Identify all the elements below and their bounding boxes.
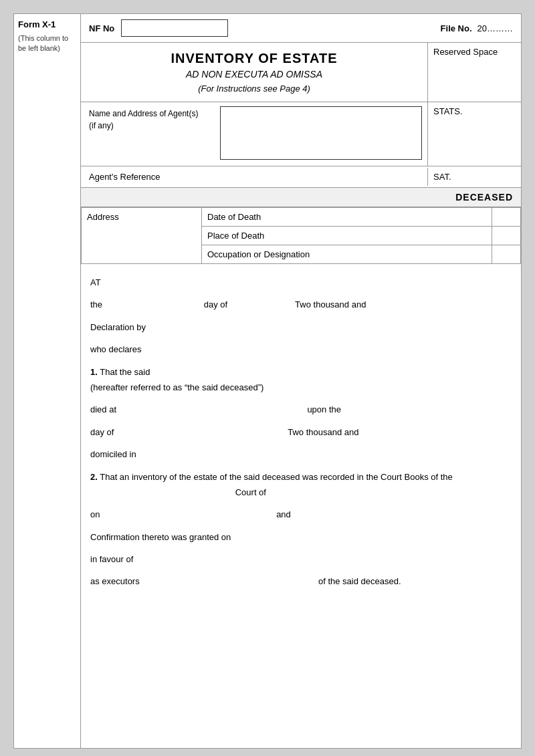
two-thousand2-label: Two thousand and xyxy=(288,427,358,437)
at-line: AT xyxy=(90,275,512,290)
reserved-space-box: Reserved Space xyxy=(427,43,521,102)
agent-ref-row: Agent's Reference SAT. xyxy=(81,166,521,188)
stats-label: STATS. xyxy=(433,106,463,116)
died-at-line: died at upon the xyxy=(90,402,512,417)
item2-line: 2. That an inventory of the estate of th… xyxy=(90,469,512,501)
who-declares-line: who declares xyxy=(90,342,512,357)
form-label: Form X-1 xyxy=(18,19,76,29)
title-reserved-row: INVENTORY OF ESTATE AD NON EXECUTA AD OM… xyxy=(81,43,521,102)
left-column-note: (This column to be left blank) xyxy=(18,34,68,52)
title-area: INVENTORY OF ESTATE AD NON EXECUTA AD OM… xyxy=(81,43,427,102)
deceased-row: DECEASED xyxy=(81,188,521,207)
court-of-label: Court of xyxy=(235,487,266,497)
item1-text2: (hereafter referred to as “the said dece… xyxy=(90,382,263,392)
sat-box: SAT. xyxy=(427,168,521,186)
date-of-death-label: Date of Death xyxy=(202,208,492,227)
day-of2-line: day of Two thousand and xyxy=(90,424,512,440)
at-label: AT xyxy=(90,277,101,287)
item1-number: 1. xyxy=(90,367,98,377)
agent-ref-label: Agent's Reference xyxy=(81,166,427,187)
and-label: and xyxy=(276,509,291,519)
title-main: INVENTORY OF ESTATE xyxy=(92,51,417,66)
on-and-line: on and xyxy=(90,507,512,522)
nf-label: NF No xyxy=(89,23,114,33)
executors-line: as executors of the said deceased. xyxy=(90,574,512,589)
nf-input-box[interactable] xyxy=(121,19,228,37)
file-no-area: File No. 20……… xyxy=(441,23,513,33)
left-column: Form X-1 (This column to be left blank) xyxy=(14,14,81,748)
main-column: NF No File No. 20……… INVENTORY OF ESTATE… xyxy=(81,14,521,748)
body-section: AT the day of Two thousand and Declarati… xyxy=(81,264,521,607)
sat-label: SAT. xyxy=(433,172,451,182)
occupation-label: Occupation or Designation xyxy=(202,245,492,264)
the-label: the xyxy=(90,299,102,309)
top-row: NF No File No. 20……… xyxy=(81,14,521,43)
the-day-line: the day of Two thousand and xyxy=(90,297,512,312)
reserved-space-label: Reserved Space xyxy=(433,47,498,57)
place-of-death-value[interactable] xyxy=(492,227,520,245)
item1-text: That the said xyxy=(100,367,150,377)
occupation-value[interactable] xyxy=(492,245,520,264)
file-no-label: File No. xyxy=(441,23,472,33)
file-no-value: 20……… xyxy=(477,23,513,33)
agent-row: Name and Address of Agent(s) (if any) ST… xyxy=(81,102,521,166)
place-of-death-label: Place of Death xyxy=(202,227,492,245)
domiciled-line: domiciled in xyxy=(90,447,512,462)
item1-line: 1. That the said (hereafter referred to … xyxy=(90,364,512,396)
day-of-label: day of xyxy=(204,299,227,309)
upon-the-label: upon the xyxy=(307,404,341,414)
agent-textarea[interactable] xyxy=(220,106,422,160)
table-row-address-date: Address Date of Death xyxy=(82,208,521,227)
in-favour-line: in favour of xyxy=(90,551,512,567)
agent-label: Name and Address of Agent(s) (if any) xyxy=(81,102,215,166)
day-of2-label: day of xyxy=(90,427,114,437)
stats-box: STATS. xyxy=(427,102,521,166)
item2-number: 2. xyxy=(90,472,98,482)
item2-text: That an inventory of the estate of the s… xyxy=(100,472,453,482)
of-said-deceased-label: of the said deceased. xyxy=(318,576,401,586)
confirmation-line: Confirmation thereto was granted on xyxy=(90,529,512,545)
domiciled-in-label: domiciled in xyxy=(90,449,136,459)
two-thousand-label: Two thousand and xyxy=(295,299,366,309)
date-of-death-value[interactable] xyxy=(492,208,520,227)
deceased-header: DECEASED xyxy=(455,192,513,203)
in-favour-of-label: in favour of xyxy=(90,554,133,564)
agent-input-cell xyxy=(215,102,427,166)
on-label: on xyxy=(90,509,100,519)
address-table: Address Date of Death Place of Death Occ… xyxy=(81,207,521,264)
title-sub: AD NON EXECUTA AD OMISSA xyxy=(92,69,417,80)
confirmation-text: Confirmation thereto was granted on xyxy=(90,532,231,542)
declaration-by-label: Declaration by xyxy=(90,322,146,332)
declaration-by-line: Declaration by xyxy=(90,320,512,335)
page-wrapper: Form X-1 (This column to be left blank) … xyxy=(13,13,522,749)
title-instructions: (For Instructions see Page 4) xyxy=(92,84,417,94)
as-executors-label: as executors xyxy=(90,576,140,586)
address-label: Address xyxy=(82,208,202,264)
who-declares-label: who declares xyxy=(90,344,142,354)
died-at-label: died at xyxy=(90,404,116,414)
